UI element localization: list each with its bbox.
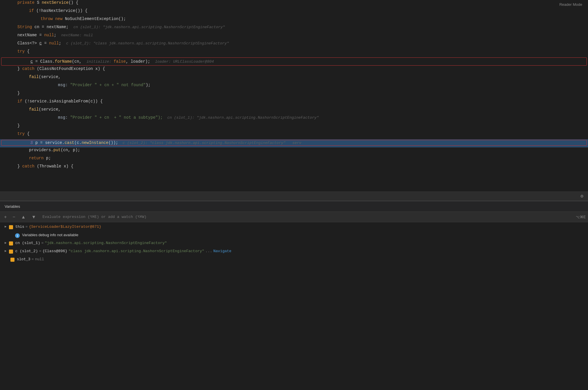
variable-ellipsis-c: ... (205, 249, 212, 253)
code-line: try { (0, 49, 588, 57)
token: { (25, 131, 30, 136)
token: nextName: null (61, 33, 93, 37)
token: () { (68, 0, 78, 5)
variable-equals: = (41, 241, 43, 245)
variable-equals: = (39, 249, 41, 253)
token: cn (slot_1): "jdk.nashorn.api.scripting.… (163, 115, 319, 120)
code-line: } catch (Throwable x) { (0, 164, 588, 172)
scroll-down-button[interactable]: ▼ (30, 214, 38, 220)
variables-toolbar: + − ▲ ▼ ⌥⌘E (0, 212, 588, 222)
token: (cn, (72, 59, 86, 64)
code-line: if (!service.isAssignableFrom(c)) { (0, 99, 588, 107)
code-line: private S nextService() { (0, 0, 588, 8)
token: (service, (39, 107, 61, 112)
token: if (17, 99, 25, 104)
token: "Provider " + cn + " not a subtype"); (70, 115, 163, 120)
token: nextService (42, 0, 68, 5)
token: initialize: (86, 59, 114, 64)
code-line-red-border: c = Class.forName(cn, initialize: false,… (1, 57, 587, 66)
variable-value-slot3: null (35, 257, 44, 261)
eval-shortcut: ⌥⌘E (576, 215, 586, 219)
token: ; (54, 33, 61, 37)
variable-icon-cn (9, 241, 13, 245)
token: try (17, 131, 25, 136)
token: newInstance (81, 140, 108, 145)
token: { (25, 49, 30, 54)
token: false (114, 59, 126, 64)
navigate-link-c[interactable]: Navigate (213, 249, 231, 253)
token: catch (22, 66, 37, 71)
info-icon: i (15, 233, 20, 238)
variable-item-cn[interactable]: ▶ cn (slot_1) = "jdk.nashorn.api.scripti… (0, 240, 588, 248)
token: } (17, 91, 20, 95)
token: try (17, 49, 25, 54)
token: (cn, p); (61, 148, 80, 152)
variable-value-this: {ServiceLoader$LazyIterator@871} (29, 225, 101, 229)
token: (!hasNextService()) { (36, 8, 87, 13)
token: } (17, 164, 22, 169)
variable-item-this[interactable]: ▶ this = {ServiceLoader$LazyIterator@871… (0, 223, 588, 232)
expand-arrow-this[interactable]: ▶ (5, 225, 7, 228)
token: ()); (108, 140, 118, 145)
token: catch (22, 164, 37, 169)
code-line: throw new NoSuchElementException(); (0, 16, 588, 24)
token: (ClassNotFoundException x) { (37, 66, 105, 71)
code-line: nextName = null; nextName: null (0, 32, 588, 41)
variable-list: ▶ this = {ServiceLoader$LazyIterator@871… (0, 222, 588, 265)
code-line-highlighted: S p = service.cast(c.newInstance()); c (… (0, 139, 588, 147)
token: ); (146, 83, 150, 87)
scroll-up-button[interactable]: ▲ (19, 214, 28, 220)
token: S (30, 140, 35, 145)
token: msg: (58, 83, 70, 87)
debug-info-text: Variables debug info not available (22, 233, 78, 237)
evaluate-expression-input[interactable] (40, 214, 572, 220)
token: (c. (74, 140, 81, 145)
expand-arrow-c[interactable]: ▶ (5, 249, 7, 253)
add-watch-button[interactable]: + (2, 214, 8, 220)
token: return (29, 156, 46, 160)
variable-icon-slot3 (10, 258, 14, 262)
variable-item-c[interactable]: ▶ c (slot_2) = {Class@896} "class jdk.na… (0, 248, 588, 256)
token: (service, (39, 75, 61, 79)
token: , loader); (126, 59, 155, 64)
variable-name-slot3: slot_3 (17, 257, 30, 261)
code-line: fail(service, (0, 107, 588, 115)
token: new (55, 17, 65, 21)
token: ; (59, 41, 66, 46)
code-line: if (!hasNextService()) { (0, 8, 588, 16)
code-line: providers.put(cn, p); (0, 147, 588, 156)
token: = (42, 41, 49, 46)
variable-value-prefix-c: {Class@896} (42, 249, 67, 253)
code-line: Class<?> c = null; c (slot_2): "class jd… (0, 41, 588, 49)
token: } (17, 123, 20, 128)
separator-bar: ⚙ (0, 192, 588, 201)
token: } (17, 66, 22, 71)
gear-icon[interactable]: ⚙ (580, 193, 583, 199)
variable-debug-info: i Variables debug info not available (0, 232, 588, 240)
remove-watch-button[interactable]: − (11, 214, 17, 220)
variable-value-c: "class jdk.nashorn.api.scripting.Nashorn… (68, 249, 204, 253)
token: = Class. (33, 59, 55, 64)
token: Class<?> (17, 41, 39, 46)
expand-arrow-cn[interactable]: ▶ (5, 241, 7, 245)
token: loader: URLClassLoader@804 (155, 59, 214, 64)
token: providers. (29, 148, 53, 152)
code-line: msg: "Provider " + cn + " not found"); (0, 82, 588, 91)
token: c (slot_2): "class jdk.nashorn.api.scrip… (118, 141, 302, 145)
code-line: try { (0, 131, 588, 139)
variables-header: Variables (0, 201, 588, 212)
token: throw (41, 17, 55, 21)
token: c (39, 41, 42, 46)
token: null (49, 41, 59, 46)
variable-name-c: c (slot_2) (15, 249, 38, 253)
token: (Throwable x) { (37, 164, 73, 169)
token: put (53, 148, 61, 152)
token: cn = nextName; (35, 25, 73, 29)
code-line: } (0, 91, 588, 99)
code-line: } (0, 123, 588, 131)
token: null (44, 33, 54, 37)
variable-equals: = (32, 257, 34, 261)
variable-name-this: this (15, 225, 24, 229)
token: p = service. (35, 140, 65, 145)
token: forName (55, 59, 72, 64)
